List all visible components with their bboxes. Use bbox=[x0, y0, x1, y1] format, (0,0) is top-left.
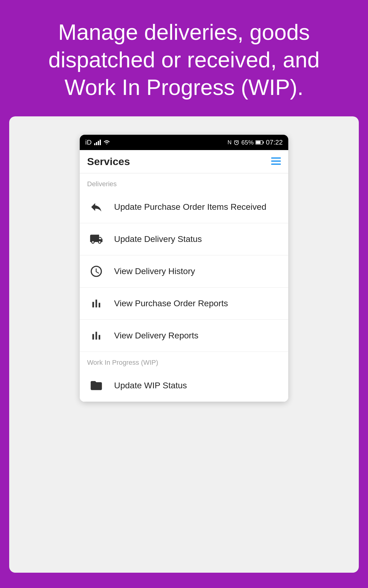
phone-frame: iD N bbox=[80, 135, 288, 402]
app-bar: Services bbox=[80, 150, 288, 173]
truck-icon bbox=[87, 230, 105, 248]
header-title: Manage deliveries, goods dispatched or r… bbox=[25, 18, 343, 101]
phone-container: iD N bbox=[9, 116, 359, 573]
wip-section-label: Work In Progress (WIP) bbox=[80, 352, 288, 370]
svg-rect-8 bbox=[271, 157, 281, 159]
folder-icon bbox=[87, 376, 105, 395]
carrier-text: iD bbox=[85, 138, 92, 146]
status-bar: iD N bbox=[80, 135, 288, 150]
update-po-items-label: Update Purchase Order Items Received bbox=[114, 202, 266, 212]
battery-text: 65% bbox=[241, 139, 254, 146]
bar-chart-delivery-svg bbox=[90, 329, 103, 342]
clock-svg bbox=[90, 265, 103, 278]
truck-svg bbox=[90, 232, 103, 246]
app-title: Services bbox=[87, 156, 130, 168]
signal-icon bbox=[94, 140, 101, 145]
svg-rect-0 bbox=[94, 143, 95, 145]
time-text: 07:22 bbox=[266, 138, 283, 146]
svg-rect-7 bbox=[256, 141, 260, 144]
update-wip-status-label: Update WIP Status bbox=[114, 381, 187, 390]
menu-item-view-delivery-history[interactable]: View Delivery History bbox=[80, 255, 288, 288]
view-po-reports-label: View Purchase Order Reports bbox=[114, 299, 228, 308]
battery-icon bbox=[255, 140, 264, 145]
header-section: Manage deliveries, goods dispatched or r… bbox=[0, 0, 368, 116]
status-right: N 65% 07:22 bbox=[228, 138, 283, 146]
update-delivery-status-label: Update Delivery Status bbox=[114, 234, 202, 244]
menu-item-update-po-items[interactable]: Update Purchase Order Items Received bbox=[80, 191, 288, 223]
menu-item-view-po-reports[interactable]: View Purchase Order Reports bbox=[80, 288, 288, 320]
svg-rect-9 bbox=[271, 160, 281, 162]
svg-rect-6 bbox=[263, 141, 264, 143]
status-left: iD bbox=[85, 138, 110, 146]
bar-chart-delivery-icon bbox=[87, 326, 105, 345]
reply-icon bbox=[87, 198, 105, 216]
menu-item-update-wip-status[interactable]: Update WIP Status bbox=[80, 370, 288, 402]
clock-icon bbox=[87, 262, 105, 281]
reply-svg bbox=[90, 200, 103, 214]
view-delivery-reports-label: View Delivery Reports bbox=[114, 331, 198, 341]
svg-rect-3 bbox=[100, 140, 101, 145]
nfc-icon: N bbox=[228, 139, 232, 146]
folder-svg bbox=[90, 379, 103, 392]
deliveries-section-label: Deliveries bbox=[80, 173, 288, 191]
menu-item-view-delivery-reports[interactable]: View Delivery Reports bbox=[80, 320, 288, 352]
wifi-icon bbox=[103, 140, 110, 145]
menu-item-update-delivery-status[interactable]: Update Delivery Status bbox=[80, 223, 288, 255]
svg-rect-1 bbox=[96, 142, 97, 145]
menu-list: Deliveries Update Purchase Order Items R… bbox=[80, 173, 288, 402]
svg-rect-10 bbox=[271, 164, 281, 165]
view-delivery-history-label: View Delivery History bbox=[114, 266, 195, 276]
svg-rect-2 bbox=[98, 141, 99, 145]
hamburger-menu-icon[interactable] bbox=[271, 156, 281, 167]
alarm-icon bbox=[233, 139, 240, 145]
bar-chart-po-icon bbox=[87, 294, 105, 313]
hamburger-svg bbox=[271, 157, 281, 165]
bar-chart-po-svg bbox=[90, 297, 103, 310]
